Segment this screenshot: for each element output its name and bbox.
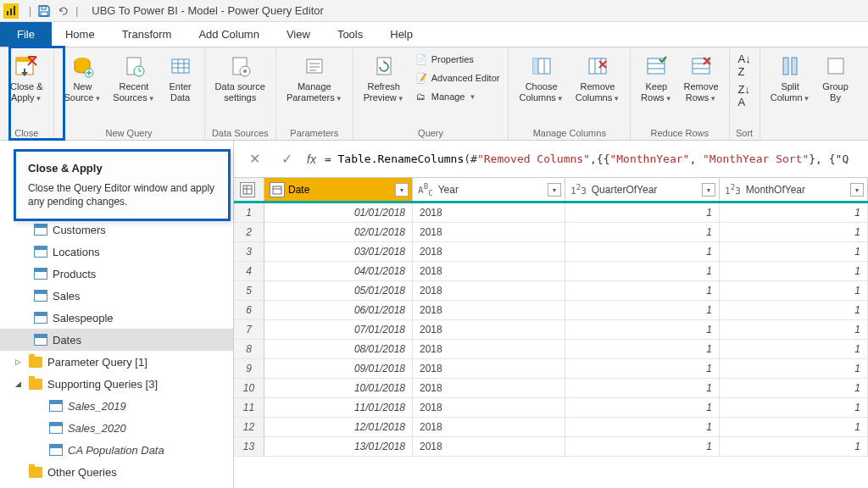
cell-quarter[interactable]: 1 <box>565 262 720 280</box>
cell-date[interactable]: 08/01/2018 <box>264 340 413 358</box>
column-filter-icon[interactable]: ▾ <box>548 183 561 197</box>
menu-tools[interactable]: Tools <box>324 22 376 47</box>
column-filter-icon[interactable]: ▾ <box>850 183 864 197</box>
refresh-preview-button[interactable]: Refresh Preview▼ <box>359 51 409 105</box>
cell-date[interactable]: 06/01/2018 <box>264 301 413 319</box>
cell-quarter[interactable]: 1 <box>565 320 720 339</box>
table-row[interactable]: 1212/01/2018201811 <box>234 418 868 437</box>
cell-date[interactable]: 05/01/2018 <box>264 281 413 300</box>
cell-year[interactable]: 2018 <box>413 320 565 339</box>
cell-month[interactable]: 1 <box>720 340 868 358</box>
cell-year[interactable]: 2018 <box>413 281 565 300</box>
table-row[interactable]: 909/01/2018201811 <box>234 359 868 379</box>
cell-month[interactable]: 1 <box>720 203 868 222</box>
cell-date[interactable]: 13/01/2018 <box>264 437 413 456</box>
cell-date[interactable]: 03/01/2018 <box>264 242 413 261</box>
cell-year[interactable]: 2018 <box>413 437 565 456</box>
group-by-button[interactable]: Group By <box>817 51 854 105</box>
cell-year[interactable]: 2018 <box>413 223 565 241</box>
enter-data-button[interactable]: Enter Data <box>162 51 199 105</box>
cell-year[interactable]: 2018 <box>413 359 565 378</box>
menu-help[interactable]: Help <box>376 22 426 47</box>
query-table-dates[interactable]: Dates <box>0 329 233 351</box>
query-table-products[interactable]: Products <box>0 263 233 285</box>
fx-icon[interactable]: fx <box>307 152 316 166</box>
table-row[interactable]: 101/01/2018201811 <box>234 203 868 223</box>
cell-month[interactable]: 1 <box>720 418 868 436</box>
manage-query-button[interactable]: 🗂Manage▼ <box>411 88 504 105</box>
cell-quarter[interactable]: 1 <box>565 359 720 378</box>
table-row[interactable]: 1010/01/2018201811 <box>234 379 868 398</box>
formula-accept-icon[interactable]: ✓ <box>275 147 298 171</box>
menu-view[interactable]: View <box>273 22 324 47</box>
cell-date[interactable]: 11/01/2018 <box>264 398 413 417</box>
data-source-settings-button[interactable]: Data source settings <box>210 51 270 105</box>
cell-quarter[interactable]: 1 <box>565 437 720 456</box>
cell-quarter[interactable]: 1 <box>565 301 720 319</box>
manage-parameters-button[interactable]: Manage Parameters▼ <box>281 51 348 105</box>
column-filter-icon[interactable]: ▾ <box>395 183 409 197</box>
column-header-quarterofyear[interactable]: 123QuarterOfYear▾ <box>565 178 720 201</box>
choose-columns-button[interactable]: Choose Columns▼ <box>514 51 568 105</box>
query-folder[interactable]: ▷Parameter Query [1] <box>0 351 233 373</box>
cell-year[interactable]: 2018 <box>413 242 565 261</box>
cell-quarter[interactable]: 1 <box>565 223 720 241</box>
cell-year[interactable]: 2018 <box>413 203 565 222</box>
cell-year[interactable]: 2018 <box>413 262 565 280</box>
cell-quarter[interactable]: 1 <box>565 203 720 222</box>
formula-cancel-icon[interactable]: ✕ <box>242 147 266 171</box>
cell-month[interactable]: 1 <box>720 320 868 339</box>
column-header-date[interactable]: Date▾ <box>264 178 413 201</box>
table-row[interactable]: 505/01/2018201811 <box>234 281 868 301</box>
menu-add-column[interactable]: Add Column <box>185 22 273 47</box>
cell-month[interactable]: 1 <box>720 281 868 300</box>
cell-month[interactable]: 1 <box>720 398 868 417</box>
cell-month[interactable]: 1 <box>720 262 868 280</box>
table-row[interactable]: 1313/01/2018201811 <box>234 437 868 457</box>
row-number-header[interactable] <box>234 178 264 201</box>
cell-month[interactable]: 1 <box>720 242 868 261</box>
cell-date[interactable]: 09/01/2018 <box>264 359 413 378</box>
sort-desc-button[interactable]: Z↓A <box>735 81 754 110</box>
split-column-button[interactable]: Split Column▼ <box>765 51 815 105</box>
cell-month[interactable]: 1 <box>720 437 868 456</box>
cell-month[interactable]: 1 <box>720 359 868 378</box>
menu-home[interactable]: Home <box>52 22 108 47</box>
cell-date[interactable]: 10/01/2018 <box>264 379 413 397</box>
query-table-salespeople[interactable]: Salespeople <box>0 307 233 329</box>
cell-year[interactable]: 2018 <box>413 398 565 417</box>
cell-month[interactable]: 1 <box>720 301 868 319</box>
remove-columns-button[interactable]: Remove Columns▼ <box>570 51 625 105</box>
query-folder-other[interactable]: Other Queries <box>0 461 233 483</box>
query-sub-item[interactable]: Sales_2020 <box>0 417 233 439</box>
query-table-sales[interactable]: Sales <box>0 285 233 307</box>
cell-quarter[interactable]: 1 <box>565 398 720 417</box>
cell-month[interactable]: 1 <box>720 379 868 397</box>
table-row[interactable]: 202/01/2018201811 <box>234 223 868 242</box>
cell-date[interactable]: 01/01/2018 <box>264 203 413 222</box>
close-apply-button[interactable]: Close & Apply▼ <box>5 51 48 105</box>
cell-year[interactable]: 2018 <box>413 301 565 319</box>
query-sub-item[interactable]: CA Population Data <box>0 439 233 461</box>
cell-date[interactable]: 04/01/2018 <box>264 262 413 280</box>
table-row[interactable]: 1111/01/2018201811 <box>234 398 868 418</box>
remove-rows-button[interactable]: Remove Rows▼ <box>679 51 724 105</box>
cell-date[interactable]: 07/01/2018 <box>264 320 413 339</box>
keep-rows-button[interactable]: Keep Rows▼ <box>636 51 676 105</box>
column-header-monthofyear[interactable]: 123MonthOfYear▾ <box>720 178 868 201</box>
query-table-customers[interactable]: Customers <box>0 219 233 241</box>
formula-input[interactable]: = Table.RenameColumns(#"Removed Columns"… <box>325 152 860 165</box>
query-table-locations[interactable]: Locations <box>0 241 233 263</box>
table-row[interactable]: 808/01/2018201811 <box>234 340 868 359</box>
cell-quarter[interactable]: 1 <box>565 242 720 261</box>
menu-transform[interactable]: Transform <box>108 22 186 47</box>
table-row[interactable]: 303/01/2018201811 <box>234 242 868 262</box>
cell-year[interactable]: 2018 <box>413 340 565 358</box>
cell-quarter[interactable]: 1 <box>565 418 720 436</box>
table-row[interactable]: 404/01/2018201811 <box>234 262 868 281</box>
advanced-editor-button[interactable]: 📝Advanced Editor <box>411 69 504 86</box>
save-icon[interactable] <box>36 3 52 19</box>
sort-asc-button[interactable]: A↓Z <box>735 51 754 80</box>
new-source-button[interactable]: New Source▼ <box>59 51 107 105</box>
column-filter-icon[interactable]: ▾ <box>702 183 715 197</box>
